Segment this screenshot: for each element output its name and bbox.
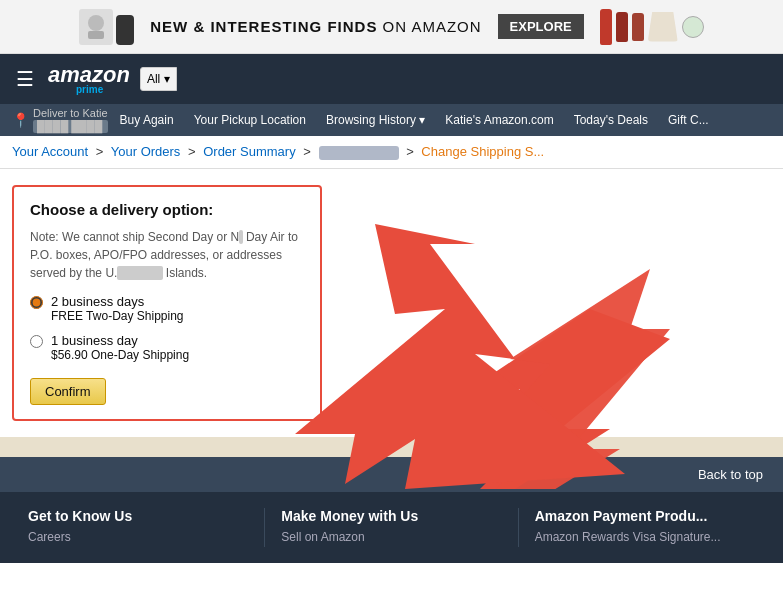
bottle-icon-3 bbox=[632, 13, 644, 41]
nav-todays-deals[interactable]: Today's Deals bbox=[564, 109, 658, 131]
breadcrumb-order-summary[interactable]: Order Summary bbox=[203, 144, 295, 159]
deliver-to-label: Deliver to Katie bbox=[33, 107, 108, 120]
svg-point-0 bbox=[88, 15, 104, 31]
breadcrumb-order-number bbox=[319, 146, 399, 160]
plant-pot-icon bbox=[648, 12, 678, 42]
footer-col-2-item-1[interactable]: Sell on Amazon bbox=[281, 530, 501, 544]
top-banner: NEW & INTERESTING FINDS ON AMAZON EXPLOR… bbox=[0, 0, 783, 54]
amazon-logo: amazon prime bbox=[48, 64, 130, 95]
banner-product-images bbox=[600, 9, 704, 45]
nav-bar: 📍 Deliver to Katie ████ ████ Buy Again Y… bbox=[0, 104, 783, 136]
footer-col-1-item-1[interactable]: Careers bbox=[28, 530, 248, 544]
svg-rect-1 bbox=[88, 31, 104, 39]
option-1day-price: $56.90 One-Day Shipping bbox=[51, 348, 189, 362]
hamburger-menu-icon[interactable]: ☰ bbox=[12, 63, 38, 95]
breadcrumb-sep-3: > bbox=[303, 144, 314, 159]
delivery-option-box: Choose a delivery option: Note: We canno… bbox=[12, 185, 322, 421]
bottle-icon-1 bbox=[600, 9, 612, 45]
prime-label: prime bbox=[76, 84, 130, 95]
back-to-top-label: Back to top bbox=[698, 467, 763, 482]
explore-button[interactable]: EXPLORE bbox=[498, 14, 584, 39]
confirm-button[interactable]: Confirm bbox=[30, 378, 106, 405]
nav-katies-amazon[interactable]: Katie's Amazon.com bbox=[435, 109, 563, 131]
breadcrumb-change-shipping: Change Shipping S... bbox=[421, 144, 544, 159]
nav-buy-again[interactable]: Buy Again bbox=[110, 109, 184, 131]
nav-browsing-history[interactable]: Browsing History ▾ bbox=[316, 109, 435, 131]
footer: Get to Know Us Careers Make Money with U… bbox=[0, 492, 783, 563]
location-pin-icon: 📍 bbox=[12, 112, 29, 128]
banner-product-icon bbox=[116, 15, 134, 45]
delivery-option-2day: 2 business days FREE Two-Day Shipping bbox=[30, 294, 304, 323]
delivery-location[interactable]: 📍 Deliver to Katie ████ ████ bbox=[12, 107, 108, 133]
plant-ball-icon bbox=[682, 16, 704, 38]
delivery-option-1day: 1 business day $56.90 One-Day Shipping bbox=[30, 333, 304, 362]
nav-links: Buy Again Your Pickup Location Browsing … bbox=[110, 109, 771, 131]
footer-col-3: Amazon Payment Produ... Amazon Rewards V… bbox=[519, 508, 771, 547]
footer-col-1: Get to Know Us Careers bbox=[12, 508, 265, 547]
search-category-dropdown[interactable]: All ▾ bbox=[140, 67, 177, 91]
delivery-radio-2day[interactable] bbox=[30, 296, 43, 309]
banner-logo bbox=[79, 9, 134, 45]
delivery-radio-1day[interactable] bbox=[30, 335, 43, 348]
footer-col-2: Make Money with Us Sell on Amazon bbox=[265, 508, 518, 547]
option-2day-label: 2 business days bbox=[51, 294, 184, 309]
main-content: Choose a delivery option: Note: We canno… bbox=[0, 169, 783, 437]
footer-col-1-title: Get to Know Us bbox=[28, 508, 248, 524]
footer-col-3-title: Amazon Payment Produ... bbox=[535, 508, 755, 524]
breadcrumb-orders[interactable]: Your Orders bbox=[111, 144, 181, 159]
breadcrumb-sep-4: > bbox=[406, 144, 417, 159]
nav-pickup-location[interactable]: Your Pickup Location bbox=[184, 109, 316, 131]
breadcrumb: Your Account > Your Orders > Order Summa… bbox=[0, 136, 783, 169]
banner-text: NEW & INTERESTING FINDS ON AMAZON bbox=[150, 18, 481, 35]
bottle-icon-2 bbox=[616, 12, 628, 42]
breadcrumb-account[interactable]: Your Account bbox=[12, 144, 88, 159]
header: ☰ amazon prime All ▾ bbox=[0, 54, 783, 104]
option-2day-sublabel: FREE Two-Day Shipping bbox=[51, 309, 184, 323]
breadcrumb-sep-2: > bbox=[188, 144, 196, 159]
separator-bar bbox=[0, 437, 783, 457]
back-to-top-bar[interactable]: Back to top bbox=[0, 457, 783, 492]
nav-gift-cards[interactable]: Gift C... bbox=[658, 109, 719, 131]
delivery-note: Note: We cannot ship Second Day or Nt Da… bbox=[30, 228, 304, 282]
breadcrumb-sep-1: > bbox=[96, 144, 104, 159]
footer-col-3-item-1[interactable]: Amazon Rewards Visa Signature... bbox=[535, 530, 755, 544]
option-1day-label: 1 business day bbox=[51, 333, 189, 348]
delivery-title: Choose a delivery option: bbox=[30, 201, 304, 218]
location-blurred: ████ ████ bbox=[33, 120, 108, 133]
footer-col-2-title: Make Money with Us bbox=[281, 508, 501, 524]
